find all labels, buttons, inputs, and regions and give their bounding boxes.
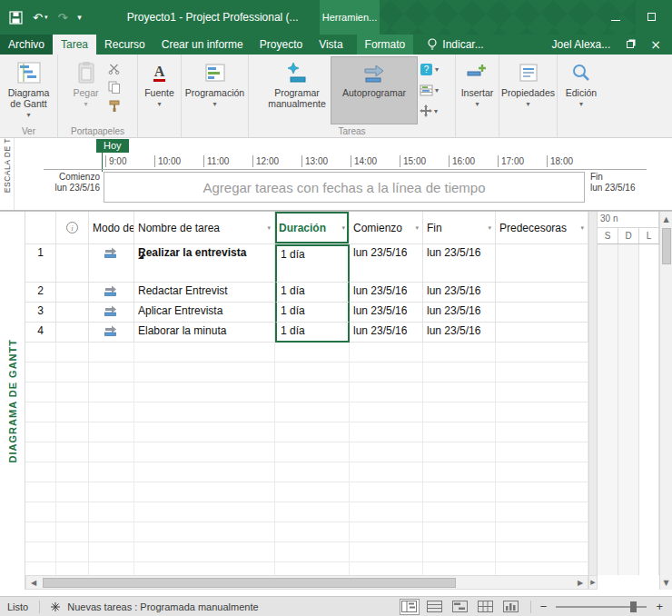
gantt-view-button[interactable]: Diagrama de Gantt ▾ [1, 56, 56, 124]
table-row-empty[interactable] [25, 462, 588, 482]
gantt-scroll-right-button[interactable]: ▶ [588, 575, 598, 590]
view-sheet-button[interactable] [476, 599, 496, 615]
table-row-empty[interactable] [25, 522, 588, 542]
gantt-chart-area[interactable]: 30 n S D L [598, 212, 659, 575]
task-name-cell[interactable]: ◢Realizar la entrevista [134, 244, 275, 283]
task-start-cell[interactable]: lun 23/5/16 [350, 283, 423, 303]
row-number[interactable]: 2 [25, 283, 56, 303]
tab-archivo[interactable]: Archivo [0, 35, 53, 55]
table-row-empty[interactable] [25, 562, 588, 575]
row-number[interactable]: 1 [25, 244, 56, 283]
tab-crear-un-informe[interactable]: Crear un informe [153, 35, 252, 55]
cut-button[interactable] [104, 60, 124, 76]
task-name-cell[interactable]: Aplicar Entrevista [134, 303, 275, 323]
table-row-empty[interactable] [25, 542, 588, 562]
manual-schedule-button[interactable]: Programar manualmente [263, 56, 331, 124]
close-button[interactable]: × [650, 38, 661, 51]
timeline-pane-tab[interactable]: ESCALA DE T [0, 138, 15, 210]
task-name-cell[interactable]: Redactar Entrevist [134, 283, 275, 303]
view-task-usage-button[interactable] [425, 599, 445, 615]
format-painter-button[interactable] [104, 98, 124, 114]
scroll-up-button[interactable]: ▲ [660, 212, 672, 226]
header-duration[interactable]: Duración▾ [275, 212, 350, 244]
task-finish-cell[interactable]: lun 23/5/16 [423, 244, 496, 283]
task-predecessors-cell[interactable] [496, 323, 588, 343]
filter-caret-icon[interactable]: ▾ [488, 223, 491, 233]
view-pane-tab[interactable]: DIAGRAMA DE GANTT [0, 212, 25, 590]
task-inspect-button[interactable]: ? ▾ [420, 59, 439, 79]
header-task-name[interactable]: Nombre de tarea▾ [134, 212, 275, 244]
table-row-empty[interactable] [25, 343, 588, 363]
row-number[interactable]: 3 [25, 303, 56, 323]
view-report-button[interactable] [501, 599, 521, 615]
move-task-button[interactable]: ▾ [420, 101, 439, 121]
row-number[interactable]: 4 [25, 323, 56, 343]
filter-caret-icon[interactable]: ▾ [267, 223, 271, 233]
header-task-mode[interactable]: Modo de▾ [89, 212, 134, 244]
scroll-right-button[interactable]: ▶ [573, 576, 588, 589]
font-group-button[interactable]: A Fuente ▾ [141, 56, 178, 124]
row-info-cell[interactable] [56, 283, 89, 303]
auto-schedule-button[interactable]: Autoprogramar [331, 56, 418, 124]
pane-splitter[interactable] [588, 212, 598, 575]
task-duration-cell[interactable]: 1 día [275, 244, 350, 283]
collapse-triangle-icon[interactable]: ◢ [138, 249, 143, 263]
row-info-cell[interactable] [56, 303, 89, 323]
scrollbar-thumb[interactable] [43, 578, 456, 588]
header-row-number[interactable] [25, 212, 56, 244]
task-name-cell[interactable]: Elaborar la minuta [134, 323, 275, 343]
paste-button[interactable]: Pegar ▾ [69, 56, 102, 124]
zoom-out-button[interactable]: − [540, 600, 548, 613]
task-finish-cell[interactable]: lun 23/5/16 [423, 303, 496, 323]
tab-proyecto[interactable]: Proyecto [252, 35, 311, 55]
user-name[interactable]: Joel Alexa... [552, 38, 611, 51]
redo-button[interactable]: ↷ [57, 12, 67, 24]
zoom-slider[interactable] [556, 606, 647, 608]
task-mode-cell[interactable] [89, 303, 134, 323]
task-start-cell[interactable]: lun 23/5/16 [350, 303, 423, 323]
header-finish[interactable]: Fin▾ [423, 212, 496, 244]
row-info-cell[interactable] [56, 323, 89, 343]
zoom-slider-thumb[interactable] [630, 601, 637, 612]
scroll-down-button[interactable]: ▼ [660, 575, 672, 590]
task-start-cell[interactable]: lun 23/5/16 [350, 244, 423, 283]
table-row-empty[interactable] [25, 363, 588, 383]
header-start[interactable]: Comienzo▾ [350, 212, 423, 244]
schedule-group-button[interactable]: Programación ▾ [182, 56, 248, 124]
table-row-empty[interactable] [25, 383, 588, 402]
task-duration-cell[interactable]: 1 día [275, 303, 350, 323]
task-mode-cell[interactable] [89, 323, 134, 343]
save-button[interactable] [9, 11, 23, 25]
copy-button[interactable] [104, 79, 124, 95]
filter-caret-icon[interactable]: ▾ [415, 223, 419, 233]
task-predecessors-cell[interactable] [496, 244, 588, 283]
zoom-in-button[interactable]: + [656, 600, 663, 613]
table-row-empty[interactable] [25, 482, 588, 502]
table-row-empty[interactable] [25, 402, 588, 422]
view-team-planner-button[interactable] [450, 599, 470, 615]
task-predecessors-cell[interactable] [496, 283, 588, 303]
row-info-cell[interactable] [56, 244, 89, 283]
table-row-empty[interactable] [25, 442, 588, 462]
properties-group-button[interactable]: Propiedades ▾ [498, 56, 558, 124]
customize-qat-button[interactable]: ▾ [77, 14, 82, 22]
table-row-empty[interactable] [25, 502, 588, 522]
minimize-button[interactable] [611, 11, 620, 24]
filter-caret-icon[interactable]: ▾ [341, 223, 345, 233]
timeline-add-tasks-box[interactable]: Agregar tareas con fechas a la línea de … [104, 172, 585, 203]
scroll-left-button[interactable]: ◀ [26, 576, 41, 589]
status-new-tasks[interactable]: Nuevas tareas : Programada manualmente [67, 601, 258, 612]
header-predecessors[interactable]: Predecesoras▾ [496, 212, 588, 244]
update-tasks-button[interactable]: ▾ [420, 80, 439, 100]
view-gantt-button[interactable] [400, 599, 420, 615]
tab-vista[interactable]: Vista [311, 35, 351, 55]
table-horizontal-scrollbar[interactable]: ◀ ▶ [25, 575, 588, 590]
insert-group-button[interactable]: Insertar ▾ [458, 56, 498, 124]
task-duration-cell[interactable]: 1 día [275, 323, 350, 343]
restore-button[interactable] [627, 38, 634, 51]
task-start-cell[interactable]: lun 23/5/16 [350, 323, 423, 343]
filter-caret-icon[interactable]: ▾ [580, 223, 584, 233]
task-mode-cell[interactable] [89, 283, 134, 303]
vertical-scrollbar[interactable]: ▲ ▼ [659, 212, 672, 590]
table-row-empty[interactable] [25, 422, 588, 442]
